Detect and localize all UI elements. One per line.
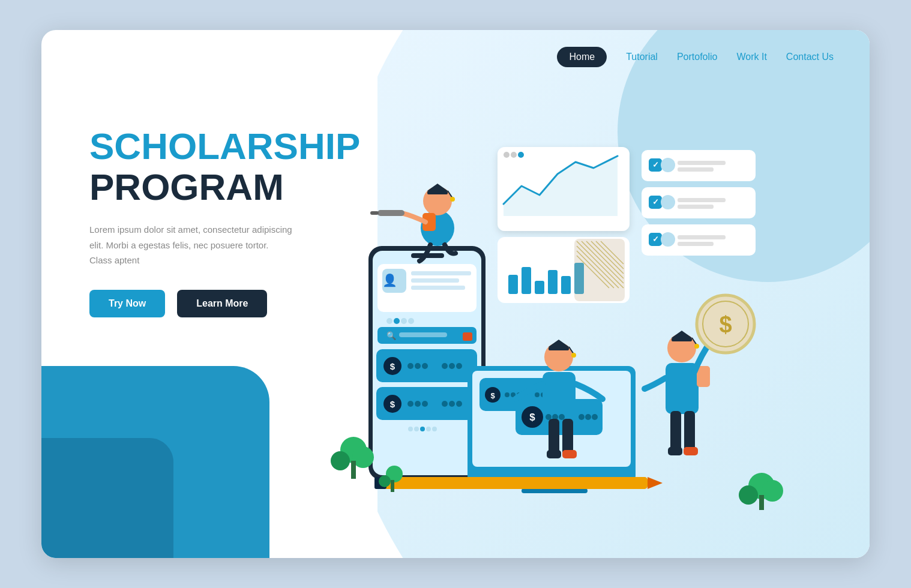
svg-rect-52 xyxy=(522,488,588,493)
svg-rect-120 xyxy=(562,419,573,455)
svg-text:✓: ✓ xyxy=(652,235,659,244)
svg-rect-85 xyxy=(678,205,714,209)
svg-rect-90 xyxy=(678,235,726,239)
hero-content: SCHOLARSHIP PROGRAM Lorem ipsum dolor si… xyxy=(89,126,377,317)
svg-rect-60 xyxy=(535,281,544,294)
svg-point-22 xyxy=(422,363,428,369)
svg-rect-140 xyxy=(351,461,356,479)
nav-workit[interactable]: Work It xyxy=(736,52,766,62)
button-group: Try Now Learn More xyxy=(89,290,377,317)
svg-point-116 xyxy=(579,414,585,420)
svg-rect-133 xyxy=(670,411,681,453)
svg-rect-64 xyxy=(574,239,625,301)
svg-rect-102 xyxy=(377,210,404,216)
svg-point-25 xyxy=(456,363,462,369)
svg-point-33 xyxy=(449,401,455,407)
svg-point-38 xyxy=(426,427,431,431)
svg-point-12 xyxy=(408,318,414,324)
svg-point-31 xyxy=(422,401,428,407)
svg-point-55 xyxy=(511,152,517,158)
svg-text:$: $ xyxy=(390,399,395,409)
svg-marker-107 xyxy=(549,340,569,347)
svg-rect-121 xyxy=(547,450,561,458)
svg-point-83 xyxy=(661,195,675,209)
svg-point-35 xyxy=(408,427,413,431)
svg-rect-92 xyxy=(383,477,648,489)
svg-rect-61 xyxy=(548,270,558,294)
svg-point-23 xyxy=(442,363,448,369)
svg-point-32 xyxy=(442,401,448,407)
svg-text:$: $ xyxy=(719,312,732,337)
svg-rect-6 xyxy=(411,271,471,275)
page-wrapper: Home Tutorial Portofolio Work It Contact… xyxy=(41,30,870,558)
svg-rect-15 xyxy=(399,332,447,337)
headline-line2: PROGRAM xyxy=(89,166,284,208)
svg-rect-119 xyxy=(549,419,559,455)
svg-rect-84 xyxy=(678,198,726,202)
svg-point-9 xyxy=(386,318,392,324)
svg-point-21 xyxy=(415,363,421,369)
nav-portofolio[interactable]: Portofolio xyxy=(677,52,718,62)
svg-point-11 xyxy=(401,318,407,324)
svg-point-37 xyxy=(420,427,425,431)
headline-line1: SCHOLARSHIP xyxy=(89,125,360,167)
svg-text:$: $ xyxy=(529,412,535,423)
svg-point-48 xyxy=(535,392,540,397)
svg-rect-122 xyxy=(562,450,577,458)
svg-point-128 xyxy=(694,344,699,349)
svg-rect-58 xyxy=(508,275,518,294)
svg-rect-79 xyxy=(678,167,714,172)
svg-rect-144 xyxy=(759,495,764,510)
svg-point-146 xyxy=(379,475,391,487)
svg-rect-78 xyxy=(678,161,726,165)
nav-home[interactable]: Home xyxy=(557,47,607,67)
svg-marker-126 xyxy=(672,331,692,338)
svg-point-117 xyxy=(585,414,591,420)
svg-point-113 xyxy=(546,414,552,420)
svg-point-29 xyxy=(407,401,413,407)
headline: SCHOLARSHIP PROGRAM xyxy=(89,126,377,208)
navbar: Home Tutorial Portofolio Work It Contact… xyxy=(377,30,870,84)
svg-point-89 xyxy=(661,232,675,247)
nav-contact[interactable]: Contact Us xyxy=(786,52,834,62)
svg-rect-106 xyxy=(549,347,569,350)
svg-point-100 xyxy=(450,197,455,202)
nav-tutorial[interactable]: Tutorial xyxy=(626,52,658,62)
svg-rect-8 xyxy=(411,286,465,290)
svg-rect-97 xyxy=(427,191,448,194)
hero-description: Lorem ipsum dolor sit amet, consectetur … xyxy=(89,222,293,268)
svg-marker-98 xyxy=(427,184,448,191)
svg-point-56 xyxy=(518,152,524,158)
svg-rect-7 xyxy=(411,278,459,283)
svg-point-118 xyxy=(592,414,598,420)
svg-point-77 xyxy=(661,158,675,172)
svg-rect-62 xyxy=(561,276,571,294)
svg-text:$: $ xyxy=(390,361,395,371)
try-now-button[interactable]: Try Now xyxy=(89,290,165,317)
learn-more-button[interactable]: Learn More xyxy=(177,290,267,317)
svg-text:$: $ xyxy=(490,391,495,400)
svg-point-143 xyxy=(762,480,783,502)
svg-point-54 xyxy=(504,152,510,158)
svg-point-115 xyxy=(559,414,565,420)
svg-text:✓: ✓ xyxy=(652,197,659,206)
svg-point-34 xyxy=(456,401,462,407)
svg-text:👤: 👤 xyxy=(382,273,397,287)
svg-marker-93 xyxy=(648,477,663,489)
svg-rect-135 xyxy=(668,447,682,455)
svg-rect-125 xyxy=(672,338,692,341)
svg-rect-59 xyxy=(522,267,531,294)
svg-point-138 xyxy=(331,451,350,470)
svg-text:✓: ✓ xyxy=(652,160,659,169)
svg-rect-136 xyxy=(684,447,698,455)
svg-point-24 xyxy=(449,363,455,369)
svg-point-109 xyxy=(571,353,576,358)
svg-text:🔍: 🔍 xyxy=(386,331,397,341)
svg-rect-147 xyxy=(391,480,394,492)
svg-point-45 xyxy=(505,392,510,397)
svg-point-20 xyxy=(407,363,413,369)
svg-rect-134 xyxy=(684,411,695,453)
svg-point-30 xyxy=(415,401,421,407)
svg-point-10 xyxy=(394,318,400,324)
svg-point-36 xyxy=(414,427,419,431)
